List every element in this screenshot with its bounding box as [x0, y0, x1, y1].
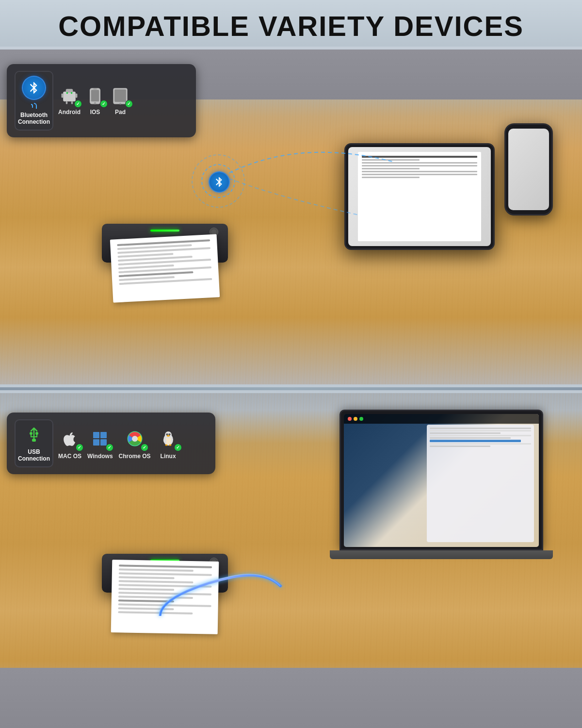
- bt-waves: [31, 103, 37, 109]
- pad-icon-wrap: ✓: [110, 85, 131, 107]
- svg-rect-21: [93, 439, 99, 446]
- mac-check: ✓: [76, 444, 83, 451]
- windows-check: ✓: [106, 444, 113, 451]
- min-dot: [354, 417, 357, 421]
- printer-light: [150, 230, 179, 232]
- svg-point-7: [71, 92, 73, 94]
- ios-label: IOS: [90, 109, 100, 116]
- laptop-base: [330, 550, 553, 559]
- bluetooth-svg: [27, 81, 41, 95]
- svg-point-24: [132, 436, 138, 442]
- win-bar: [430, 428, 531, 429]
- svg-rect-2: [62, 94, 64, 98]
- svg-rect-22: [100, 439, 107, 446]
- svg-rect-0: [63, 92, 76, 101]
- chrome-check: ✓: [141, 444, 148, 451]
- paper-lines: [110, 234, 219, 290]
- linux-label: Linux: [161, 453, 176, 460]
- svg-point-31: [169, 433, 170, 434]
- phone: [504, 123, 553, 215]
- page-container: COMPATIBLE VARIETY DEVICES: [0, 0, 582, 728]
- svg-rect-18: [32, 439, 36, 442]
- svg-point-14: [119, 103, 121, 105]
- usb-icon-container: [23, 424, 45, 446]
- wave1: [31, 104, 33, 108]
- svg-rect-1: [66, 89, 73, 93]
- svg-point-27: [165, 431, 172, 438]
- android-icon-wrap: ✓: [59, 85, 80, 107]
- os-linux: ✓ Linux: [157, 427, 180, 460]
- laptop-screen: [344, 414, 539, 547]
- win-line: [430, 430, 531, 431]
- bluetooth-icon-svg: [213, 176, 225, 188]
- linux-icon-wrap: ✓: [157, 427, 180, 450]
- svg-rect-3: [76, 94, 78, 98]
- win-line: [430, 446, 490, 447]
- svg-point-32: [167, 435, 170, 436]
- svg-rect-4: [66, 101, 68, 104]
- close-dot: [348, 417, 352, 421]
- android-label: Android: [58, 109, 81, 116]
- wave2: [34, 103, 37, 109]
- page-title: COMPATIBLE VARIETY DEVICES: [10, 11, 572, 42]
- ios-icon-wrap: ✓: [84, 85, 106, 107]
- bluetooth-label: Bluetooth Connection: [17, 112, 50, 126]
- max-dot: [359, 417, 363, 421]
- paper-bluetooth: [110, 234, 220, 303]
- os-mac: ✓ MAC OS: [58, 427, 81, 460]
- app-window: [427, 425, 534, 542]
- svg-rect-13: [114, 89, 126, 102]
- svg-rect-19: [93, 432, 99, 438]
- usb-label: USB Connection: [17, 448, 50, 463]
- windows-icon-wrap: ✓: [88, 427, 112, 450]
- device-pad: ✓ Pad: [110, 85, 131, 116]
- svg-point-6: [66, 92, 68, 94]
- svg-rect-11: [93, 89, 97, 90]
- win-line: [430, 437, 511, 439]
- mac-icon-wrap: ✓: [58, 427, 81, 450]
- svg-point-10: [94, 102, 97, 105]
- usb-icon-svg: [23, 424, 45, 446]
- windows-label: Windows: [87, 453, 113, 460]
- bluetooth-main-icon: [22, 76, 46, 100]
- mac-label: MAC OS: [58, 453, 81, 460]
- win-line: [430, 443, 531, 445]
- win-line: [430, 432, 501, 434]
- chrome-label: Chrome OS: [119, 453, 151, 460]
- device-android: ✓ Android: [58, 85, 81, 116]
- linux-svg: [160, 430, 177, 447]
- menubar: [344, 414, 539, 424]
- svg-rect-5: [71, 101, 73, 104]
- chrome-svg: [126, 430, 144, 447]
- panel-bluetooth: Bluetooth Connection: [0, 50, 582, 384]
- usb-icon-cell: USB Connection: [15, 419, 53, 467]
- ios-check: ✓: [100, 100, 108, 108]
- bluetooth-signal-icon: [209, 171, 230, 193]
- pad-check: ✓: [125, 100, 133, 108]
- linux-check: ✓: [174, 444, 182, 451]
- bt-dashed-line-svg: [223, 157, 417, 196]
- svg-rect-9: [91, 90, 99, 101]
- win-accent: [430, 440, 521, 442]
- laptop-screen-container: [340, 410, 543, 550]
- win-line: [430, 435, 531, 436]
- svg-rect-20: [100, 432, 107, 438]
- panel-usb: USB Connection ✓: [0, 393, 582, 728]
- panels: Bluetooth Connection: [0, 47, 582, 728]
- device-ios: ✓ IOS: [84, 85, 106, 116]
- svg-point-36: [169, 444, 171, 446]
- svg-point-35: [165, 444, 167, 446]
- panel-divider: [0, 387, 582, 390]
- phone-screen: [508, 129, 549, 210]
- android-check: ✓: [74, 100, 82, 108]
- usb-cable-svg: [136, 567, 281, 626]
- os-chrome: ✓ Chrome OS: [119, 427, 151, 460]
- bluetooth-info-box: Bluetooth Connection: [7, 64, 196, 137]
- header: COMPATIBLE VARIETY DEVICES: [0, 0, 582, 47]
- os-icons-area: ✓ MAC OS: [58, 419, 208, 467]
- usb-info-box: USB Connection ✓: [7, 413, 215, 474]
- svg-point-30: [166, 433, 167, 434]
- chrome-icon-wrap: ✓: [123, 427, 146, 450]
- bluetooth-icon-cell: Bluetooth Connection: [15, 71, 53, 131]
- pad-label: Pad: [115, 109, 126, 116]
